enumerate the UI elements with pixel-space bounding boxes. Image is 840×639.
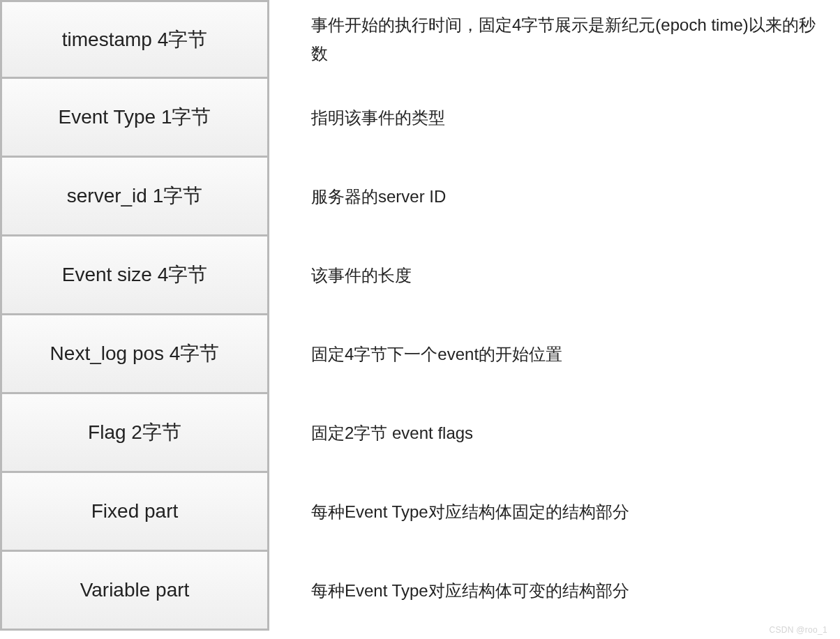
table-row: server_id 1字节 服务器的server ID [0, 158, 840, 236]
table-row: Event Type 1字节 指明该事件的类型 [0, 79, 840, 158]
field-name-cell: Next_log pos 4字节 [0, 315, 269, 394]
table-row: Flag 2字节 固定2字节 event flags [0, 394, 840, 473]
field-desc-cell: 该事件的长度 [269, 236, 840, 315]
table-row: timestamp 4字节 事件开始的执行时间，固定4字节展示是新纪元(epoc… [0, 0, 840, 79]
watermark-text: CSDN @roo_1 [769, 625, 827, 635]
table-row: Fixed part 每种Event Type对应结构体固定的结构部分 [0, 473, 840, 552]
diagram-page: timestamp 4字节 事件开始的执行时间，固定4字节展示是新纪元(epoc… [0, 0, 840, 639]
event-header-table: timestamp 4字节 事件开始的执行时间，固定4字节展示是新纪元(epoc… [0, 0, 840, 631]
field-name-cell: Event Type 1字节 [0, 79, 269, 158]
field-desc-cell: 每种Event Type对应结构体固定的结构部分 [269, 473, 840, 552]
table-row: Variable part 每种Event Type对应结构体可变的结构部分 [0, 552, 840, 631]
field-desc-cell: 固定2字节 event flags [269, 394, 840, 473]
field-name-cell: timestamp 4字节 [0, 0, 269, 79]
field-desc-cell: 每种Event Type对应结构体可变的结构部分 [269, 552, 840, 631]
field-name-cell: Fixed part [0, 473, 269, 552]
field-name-cell: server_id 1字节 [0, 158, 269, 236]
table-row: Next_log pos 4字节 固定4字节下一个event的开始位置 [0, 315, 840, 394]
field-desc-cell: 指明该事件的类型 [269, 79, 840, 158]
field-name-cell: Event size 4字节 [0, 236, 269, 315]
table-row: Event size 4字节 该事件的长度 [0, 236, 840, 315]
field-desc-cell: 服务器的server ID [269, 158, 840, 236]
field-name-cell: Flag 2字节 [0, 394, 269, 473]
field-name-cell: Variable part [0, 552, 269, 631]
field-desc-cell: 固定4字节下一个event的开始位置 [269, 315, 840, 394]
field-desc-cell: 事件开始的执行时间，固定4字节展示是新纪元(epoch time)以来的秒数 [269, 0, 840, 79]
